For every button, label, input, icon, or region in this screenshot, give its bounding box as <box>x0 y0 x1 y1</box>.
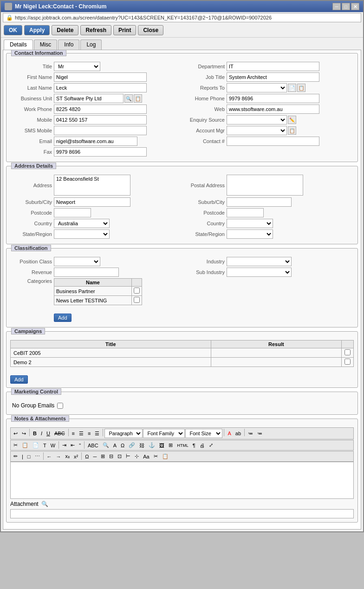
underline-button[interactable]: U <box>45 429 52 438</box>
reports-to-add-icon[interactable]: 📋 <box>297 84 306 92</box>
enquiry-source-edit-icon[interactable]: ✏️ <box>288 116 296 124</box>
campaign-checkbox[interactable] <box>344 359 351 365</box>
bullet-list-button[interactable]: ≔ <box>246 429 255 438</box>
align-left-button[interactable]: ≡ <box>70 429 77 438</box>
copy2-button[interactable]: 📋 <box>160 452 170 460</box>
state-region2-select[interactable] <box>227 229 273 239</box>
blockquote-button[interactable]: " <box>77 441 83 449</box>
find-replace-button[interactable]: 🔍 <box>101 441 111 449</box>
business-unit-input[interactable] <box>54 94 124 103</box>
suburb-city2-input[interactable] <box>227 197 292 207</box>
delete-table-button[interactable]: ⊟ <box>107 452 115 460</box>
reports-to-select[interactable] <box>227 83 287 92</box>
font-color-button[interactable]: A <box>226 429 233 438</box>
anchor-button[interactable]: ⚓ <box>147 441 157 449</box>
source-button[interactable]: ¶ <box>191 441 197 449</box>
campaign-checkbox[interactable] <box>344 349 351 355</box>
work-phone-input[interactable] <box>54 105 147 114</box>
preview-button[interactable]: □ <box>26 452 32 460</box>
suburb-city-input[interactable] <box>54 197 130 207</box>
categories-add-button[interactable]: Add <box>54 314 72 322</box>
close-window-button[interactable]: ✕ <box>351 3 359 10</box>
web-input[interactable] <box>227 105 319 114</box>
campaigns-add-button[interactable]: Add <box>10 375 28 384</box>
apply-button[interactable]: Apply <box>24 25 50 35</box>
revenue-input[interactable] <box>54 268 119 277</box>
minimize-button[interactable]: ─ <box>332 3 341 10</box>
enquiry-source-select[interactable] <box>227 115 287 124</box>
highlight-button[interactable]: ab <box>234 429 243 438</box>
print-button[interactable]: Print <box>113 25 136 35</box>
delete-button[interactable]: Delete <box>52 25 78 35</box>
insert-table-button[interactable]: ⊞ <box>99 452 107 460</box>
reports-to-edit-icon[interactable]: 📄 <box>288 84 296 92</box>
postal-address-textarea[interactable] <box>227 175 303 196</box>
industry-select[interactable] <box>227 257 292 266</box>
numbered-list-button[interactable]: ≔ <box>255 429 264 438</box>
selection-button[interactable]: ⊹ <box>133 452 141 460</box>
cut2-button[interactable]: ✂ <box>152 452 160 460</box>
state-region-select[interactable] <box>54 229 110 239</box>
image-button[interactable]: 🖼 <box>157 441 166 449</box>
merge-cells-button[interactable]: ⊡ <box>116 452 124 460</box>
paste-button[interactable]: 📄 <box>31 441 41 449</box>
bold-button[interactable]: B <box>31 429 39 438</box>
increase-indent-button[interactable]: → <box>54 452 63 460</box>
more-button[interactable]: ⋯ <box>33 452 42 460</box>
sub-industry-select[interactable] <box>227 268 292 277</box>
first-name-input[interactable] <box>54 72 147 82</box>
justify-button[interactable]: ☰ <box>93 429 101 438</box>
contact-hash-input[interactable] <box>227 137 319 146</box>
home-phone-input[interactable] <box>227 94 319 103</box>
attachment-input[interactable] <box>10 509 354 518</box>
table-button[interactable]: ⊞ <box>167 441 175 449</box>
tab-misc[interactable]: Misc <box>34 39 58 50</box>
address-textarea[interactable]: 12 Beaconsfield St <box>54 175 130 196</box>
business-unit-search-icon[interactable]: 🔍 <box>124 94 133 103</box>
paragraph-select[interactable]: Paragraph <box>104 429 143 438</box>
tab-log[interactable]: Log <box>80 39 102 50</box>
font-size-select[interactable]: Font Size <box>185 429 222 438</box>
hr-button[interactable]: ─ <box>91 452 98 460</box>
print-notes-button[interactable]: 🖨 <box>198 441 207 449</box>
mobile-input[interactable] <box>54 115 147 124</box>
paste-text-button[interactable]: T <box>41 441 48 449</box>
country2-select[interactable] <box>227 219 273 228</box>
sms-mobile-input[interactable] <box>54 126 147 135</box>
fax-input[interactable] <box>54 147 147 157</box>
align-center-button[interactable]: ☰ <box>77 429 85 438</box>
postcode2-input[interactable] <box>227 208 264 217</box>
indent-button[interactable]: ⇥ <box>60 441 68 449</box>
maximize-notes-button[interactable]: ⤢ <box>207 441 215 449</box>
account-mgr-edit-icon[interactable]: 📋 <box>288 126 296 135</box>
align-right-button[interactable]: ≡ <box>86 429 92 438</box>
symbol-button[interactable]: Ω <box>83 452 91 460</box>
spell-check-button[interactable]: ABC <box>86 441 100 449</box>
redo-button[interactable]: ↪ <box>20 429 28 438</box>
country-select[interactable]: Australia <box>54 219 110 228</box>
category-checkbox[interactable] <box>134 288 140 294</box>
title-select[interactable]: Mr <box>54 62 100 71</box>
subscript-button[interactable]: x₂ <box>64 452 72 460</box>
last-name-input[interactable] <box>54 83 147 92</box>
refresh-button[interactable]: Refresh <box>80 25 111 35</box>
position-class-select[interactable] <box>54 257 100 266</box>
postcode-input[interactable] <box>54 208 91 217</box>
unlink-button[interactable]: ⛓ <box>137 441 146 449</box>
business-unit-edit-icon[interactable]: 📋 <box>134 94 142 103</box>
email-input[interactable] <box>54 137 137 146</box>
no-group-emails-checkbox[interactable] <box>57 403 63 409</box>
tab-details[interactable]: Details <box>4 39 33 50</box>
font-family-select[interactable]: Font Family <box>143 429 185 438</box>
job-title-input[interactable] <box>227 72 319 82</box>
edit-button[interactable]: ✏ <box>12 452 20 460</box>
attachment-search-icon[interactable]: 🔍 <box>41 501 48 507</box>
split-cells-button[interactable]: ⊢ <box>124 452 132 460</box>
undo-button[interactable]: ↩ <box>12 429 20 438</box>
ok-button[interactable]: OK <box>4 25 22 35</box>
strikethrough-button[interactable]: ABC <box>52 429 67 438</box>
cut-button[interactable]: ✂ <box>12 441 20 449</box>
account-mgr-select[interactable] <box>227 126 287 135</box>
link-button[interactable]: 🔗 <box>127 441 137 449</box>
close-button[interactable]: Close <box>138 25 163 35</box>
